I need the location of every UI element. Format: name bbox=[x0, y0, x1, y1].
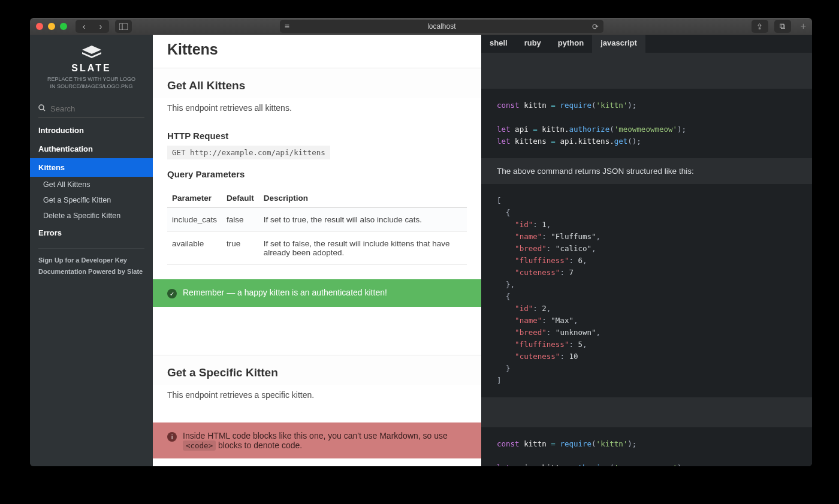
warn-code-tag: <code> bbox=[183, 440, 216, 451]
code-note: The above command returns JSON structure… bbox=[481, 158, 812, 184]
query-params-heading: Query Parameters bbox=[153, 159, 481, 184]
tab-ruby[interactable]: ruby bbox=[516, 35, 550, 53]
search-icon bbox=[38, 104, 46, 113]
section-get-all-kittens: Get All Kittens bbox=[153, 68, 481, 98]
section-get-specific-kitten: Get a Specific Kitten bbox=[153, 355, 481, 385]
th-description: Description bbox=[259, 189, 467, 208]
traffic-lights bbox=[36, 23, 67, 30]
table-row: include_cats false If set to true, the r… bbox=[167, 208, 467, 232]
language-tabs: shell ruby python javascript bbox=[481, 35, 812, 53]
callout-text: Inside HTML code blocks like this one, y… bbox=[183, 431, 467, 450]
logo-icon bbox=[80, 44, 104, 61]
param-name: include_cats bbox=[167, 208, 222, 232]
warn-text-post: blocks to denote code. bbox=[216, 440, 302, 450]
json-response: [ { "id": 1, "name": "Fluffums", "breed"… bbox=[481, 184, 812, 397]
check-circle-icon: ✓ bbox=[167, 289, 177, 298]
logo-subtitle: REPLACE THIS WITH YOUR LOGO IN SOURCE/IM… bbox=[36, 76, 147, 90]
toggle-sidebar-button[interactable] bbox=[115, 20, 132, 33]
http-request-heading: HTTP Request bbox=[153, 121, 481, 146]
code-column: shell ruby python javascript const kittn… bbox=[481, 35, 812, 466]
callout-text: Remember — a happy kitten is an authenti… bbox=[183, 288, 387, 297]
page-title: Kittens bbox=[153, 35, 481, 68]
back-button[interactable]: ‹ bbox=[76, 20, 92, 33]
app-window: SLATE REPLACE THIS WITH YOUR LOGO IN SOU… bbox=[30, 35, 812, 466]
forward-button[interactable]: › bbox=[92, 20, 109, 33]
svg-line-3 bbox=[43, 109, 45, 111]
sidebar-footer: Sign Up for a Developer Key Documentatio… bbox=[30, 255, 153, 277]
table-row: available true If set to false, the resu… bbox=[167, 232, 467, 265]
url-text: localhost bbox=[427, 22, 455, 31]
tabs-button[interactable]: ⧉ bbox=[774, 20, 791, 33]
toolbar-right: ⇪ ⧉ + bbox=[752, 20, 806, 33]
close-window-icon[interactable] bbox=[36, 23, 43, 30]
search-input[interactable] bbox=[38, 102, 144, 117]
reload-icon[interactable]: ⟳ bbox=[592, 22, 599, 31]
minimize-window-icon[interactable] bbox=[48, 23, 55, 30]
footer-link-powered[interactable]: Documentation Powered by Slate bbox=[38, 266, 144, 277]
svg-point-2 bbox=[39, 105, 44, 110]
search-wrapper bbox=[38, 102, 144, 117]
query-params-table: Parameter Default Description include_ca… bbox=[167, 189, 467, 265]
main-content: Kittens Get All Kittens This endpoint re… bbox=[153, 35, 812, 466]
svg-rect-0 bbox=[119, 23, 128, 30]
get-one-description: This endpoint retrieves a specific kitte… bbox=[153, 385, 481, 408]
sidebar: SLATE REPLACE THIS WITH YOUR LOGO IN SOU… bbox=[30, 35, 153, 466]
th-parameter: Parameter bbox=[167, 189, 222, 208]
doc-column: Kittens Get All Kittens This endpoint re… bbox=[153, 35, 481, 466]
nav-kittens[interactable]: Kittens bbox=[30, 158, 153, 177]
nav-get-specific-kitten[interactable]: Get a Specific Kitten bbox=[30, 192, 153, 208]
sidebar-separator bbox=[38, 248, 144, 249]
param-desc: If set to false, the result will include… bbox=[259, 232, 467, 265]
browser-chrome: ‹ › ≡ localhost ⟳ ⇪ ⧉ + bbox=[30, 18, 812, 35]
logo-title: SLATE bbox=[36, 63, 147, 74]
warn-text-pre: Inside HTML code blocks like this one, y… bbox=[183, 431, 448, 440]
th-default: Default bbox=[222, 189, 259, 208]
logo-block: SLATE REPLACE THIS WITH YOUR LOGO IN SOU… bbox=[30, 35, 153, 96]
nav-introduction[interactable]: Introduction bbox=[30, 121, 153, 140]
page-menu-icon[interactable]: ≡ bbox=[285, 22, 289, 31]
tab-shell[interactable]: shell bbox=[481, 35, 516, 53]
callout-success: ✓ Remember — a happy kitten is an authen… bbox=[153, 279, 481, 307]
share-button[interactable]: ⇪ bbox=[752, 20, 768, 33]
param-name: available bbox=[167, 232, 222, 265]
param-desc: If set to true, the result will also inc… bbox=[259, 208, 467, 232]
footer-link-signup[interactable]: Sign Up for a Developer Key bbox=[38, 255, 144, 266]
code-sample-get-all: const kittn = require('kittn'); let api … bbox=[481, 89, 812, 158]
param-default: true bbox=[222, 232, 259, 265]
tab-javascript[interactable]: javascript bbox=[592, 35, 645, 53]
new-tab-button[interactable]: + bbox=[801, 21, 806, 32]
code-spacer bbox=[481, 53, 812, 89]
maximize-window-icon[interactable] bbox=[60, 23, 67, 30]
code-sample-get-one: const kittn = require('kittn'); let api … bbox=[481, 427, 812, 466]
nav-delete-kitten[interactable]: Delete a Specific Kitten bbox=[30, 208, 153, 224]
nav-errors[interactable]: Errors bbox=[30, 224, 153, 242]
nav-arrows: ‹ › bbox=[76, 20, 109, 33]
code-spacer bbox=[481, 397, 812, 427]
http-request-code: GET http://example.com/api/kittens bbox=[167, 146, 330, 159]
callout-warning: i Inside HTML code blocks like this one,… bbox=[153, 422, 481, 458]
nav-authentication[interactable]: Authentication bbox=[30, 140, 153, 158]
url-bar[interactable]: ≡ localhost ⟳ bbox=[280, 20, 603, 33]
section-spacer bbox=[153, 307, 481, 355]
param-default: false bbox=[222, 208, 259, 232]
tab-python[interactable]: python bbox=[550, 35, 592, 53]
nav-get-all-kittens[interactable]: Get All Kittens bbox=[30, 177, 153, 192]
get-all-description: This endpoint retrieves all kittens. bbox=[153, 98, 481, 121]
info-circle-icon: i bbox=[167, 432, 177, 442]
